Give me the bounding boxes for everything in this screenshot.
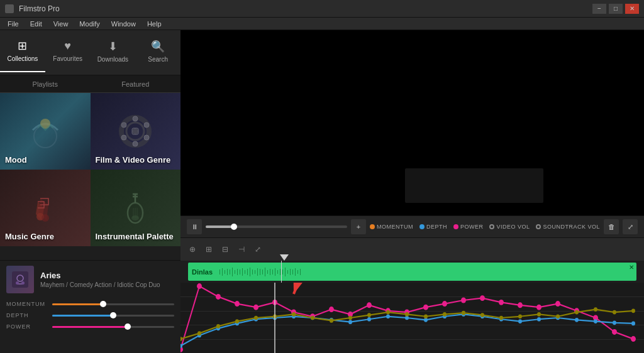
video-area: [180, 30, 644, 215]
svg-point-44: [555, 301, 560, 307]
track-close-button[interactable]: ✕: [629, 264, 634, 271]
grid-row-1: Mood: [0, 93, 180, 170]
legend: MOMENTUM DEPTH POWER VIDEO VOL SOUNDTRAC…: [370, 224, 600, 230]
svg-point-92: [518, 314, 522, 318]
svg-rect-22: [12, 271, 28, 288]
svg-point-94: [556, 314, 560, 318]
nav-tabs: ⊞ Collections ♥ Favourites ⬇ Downloads 🔍…: [0, 30, 180, 75]
svg-point-67: [518, 319, 522, 323]
svg-point-5: [133, 116, 138, 121]
svg-point-28: [253, 305, 258, 310]
menu-modify[interactable]: Modify: [74, 20, 104, 28]
menu-view[interactable]: View: [48, 20, 74, 28]
svg-point-97: [613, 310, 616, 315]
downloads-icon: ⬇: [108, 40, 118, 53]
grid-header-featured[interactable]: Featured: [91, 75, 181, 93]
track-subtitle: Mayhem / Comedy Action / Idiotic Cop Duo: [40, 281, 174, 288]
svg-point-7: [144, 135, 149, 140]
grid-cell-film[interactable]: Film & Video Genre: [91, 93, 181, 170]
svg-point-27: [235, 301, 240, 307]
minimize-button[interactable]: −: [592, 4, 606, 14]
close-button[interactable]: ✕: [625, 4, 639, 14]
power-dot-1: [197, 283, 202, 289]
track-green-bar[interactable]: Dinlas: [188, 263, 636, 281]
menu-help[interactable]: Help: [142, 20, 167, 28]
grid-header-playlists[interactable]: Playlists: [0, 75, 91, 93]
timeline-btn-5[interactable]: ⤢: [251, 242, 265, 256]
power-label: POWER: [6, 323, 47, 330]
svg-point-10: [121, 122, 126, 128]
timeline-btn-2[interactable]: ⊞: [202, 242, 216, 256]
svg-point-34: [367, 302, 372, 308]
svg-point-9: [121, 135, 126, 140]
grid-row-2: Music Genre: [0, 170, 180, 246]
svg-point-80: [292, 312, 296, 317]
grid-cell-instrumental[interactable]: Instrumental Palette: [91, 170, 181, 246]
menu-bar: File Edit View Modify Window Help: [0, 18, 644, 30]
tab-favourites[interactable]: ♥ Favourites: [45, 30, 91, 72]
depth-label: DEPTH: [6, 312, 47, 318]
svg-point-21: [131, 215, 139, 220]
svg-point-96: [594, 307, 597, 312]
svg-point-85: [386, 310, 390, 315]
svg-point-89: [462, 311, 465, 315]
tab-downloads[interactable]: ⬇ Downloads: [91, 30, 136, 72]
playhead-triangle: [280, 254, 289, 261]
legend-power-label: POWER: [460, 224, 484, 230]
svg-point-77: [235, 319, 239, 323]
timeline-btn-1[interactable]: ⊕: [186, 242, 199, 256]
playhead-marker: [280, 238, 289, 261]
delete-button[interactable]: 🗑: [604, 219, 619, 234]
music-label: Music Genre: [5, 232, 54, 241]
svg-point-88: [443, 312, 447, 317]
timeline-btn-3[interactable]: ⊟: [218, 242, 232, 256]
timeline-btn-4[interactable]: ⊣: [235, 242, 248, 256]
svg-point-84: [367, 313, 371, 317]
play-pause-button[interactable]: ⏸: [187, 219, 202, 234]
collections-grid: Mood: [0, 93, 180, 260]
tab-collections[interactable]: ⊞ Collections: [0, 30, 45, 72]
momentum-label: MOMENTUM: [6, 301, 47, 307]
svg-point-90: [480, 313, 484, 317]
svg-point-98: [631, 308, 635, 313]
progress-thumb: [231, 224, 237, 230]
svg-point-58: [348, 320, 352, 324]
svg-point-73: [631, 322, 635, 326]
search-icon: 🔍: [151, 40, 165, 53]
timeline-buttons: ⊕ ⊞ ⊟ ⊣ ⤢: [186, 242, 265, 256]
collections-icon: ⊞: [18, 39, 27, 53]
menu-window[interactable]: Window: [106, 20, 141, 28]
legend-soundtrack-vol-label: SOUNDTRACK VOL: [543, 224, 600, 230]
grid-cell-mood[interactable]: Mood: [0, 93, 91, 170]
add-button[interactable]: +: [351, 219, 366, 234]
app-icon: [5, 4, 14, 13]
soundtrack-vol-dot: [536, 224, 541, 229]
track-info: Aries Mayhem / Comedy Action / Idiotic C…: [0, 261, 180, 298]
fullscreen-button[interactable]: ⤢: [623, 219, 638, 234]
mood-label: Mood: [5, 155, 27, 165]
menu-edit[interactable]: Edit: [25, 20, 47, 28]
svg-point-74: [180, 337, 182, 341]
power-dot: [453, 224, 458, 229]
grid-cell-music[interactable]: Music Genre: [0, 170, 91, 246]
depth-slider[interactable]: [52, 315, 174, 317]
momentum-slider[interactable]: [52, 303, 174, 305]
momentum-row: MOMENTUM: [6, 301, 174, 307]
svg-point-41: [499, 300, 504, 305]
tab-search[interactable]: 🔍 Search: [135, 30, 180, 72]
progress-bar[interactable]: [206, 225, 347, 228]
menu-file[interactable]: File: [3, 20, 24, 28]
maximize-button[interactable]: □: [609, 4, 623, 14]
app-title: Filmstro Pro: [19, 4, 60, 13]
track-green-label: Dinlas: [192, 268, 213, 276]
svg-point-48: [631, 336, 636, 342]
svg-point-93: [537, 312, 541, 317]
window-controls[interactable]: − □ ✕: [592, 4, 639, 14]
legend-video-vol: VIDEO VOL: [489, 224, 530, 230]
svg-point-60: [386, 314, 390, 318]
depth-row: DEPTH: [6, 312, 174, 318]
legend-depth: DEPTH: [419, 224, 447, 230]
sidebar: ⊞ Collections ♥ Favourites ⬇ Downloads 🔍…: [0, 30, 180, 353]
track-text: Aries Mayhem / Comedy Action / Idiotic C…: [40, 271, 174, 288]
power-slider[interactable]: [52, 326, 174, 328]
